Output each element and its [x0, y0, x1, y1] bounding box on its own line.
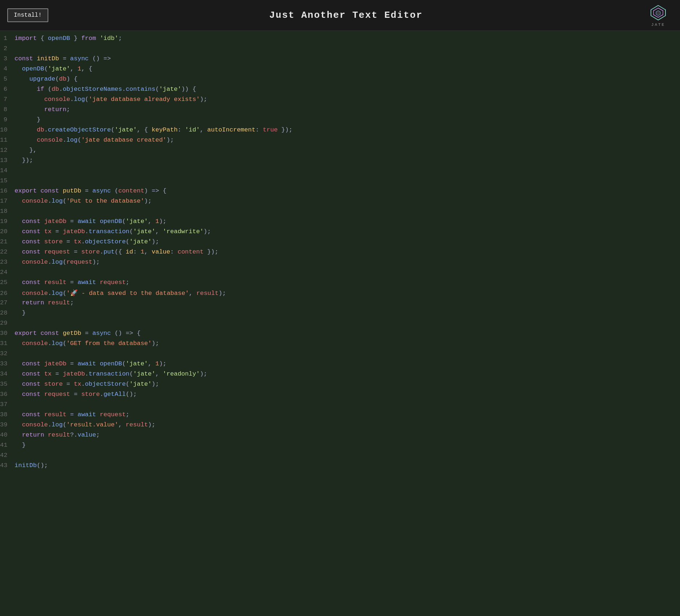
- line-num-13: 13: [0, 157, 15, 164]
- line-num-18: 18: [0, 208, 15, 215]
- line-content-12: },: [15, 147, 37, 154]
- code-line-12: 12 },: [0, 146, 680, 157]
- line-num-31: 31: [0, 340, 15, 347]
- line-num-36: 36: [0, 391, 15, 398]
- code-line-19: 19 const jateDb = await openDB('jate', 1…: [0, 218, 680, 228]
- line-content-25: const result = await request;: [15, 279, 129, 286]
- line-content-23: console.log(request);: [15, 259, 100, 266]
- line-num-5: 5: [0, 76, 15, 82]
- line-num-40: 40: [0, 431, 15, 438]
- jate-logo-icon: [649, 4, 667, 22]
- line-num-42: 42: [0, 452, 15, 459]
- code-line-27: 27 return result;: [0, 299, 680, 309]
- code-line-3: 3 const initDb = async () =>: [0, 55, 680, 65]
- app-title: Just Another Text Editor: [48, 10, 644, 21]
- line-num-29: 29: [0, 320, 15, 327]
- line-num-11: 11: [0, 137, 15, 143]
- code-line-8: 8 return;: [0, 106, 680, 116]
- line-content-34: const tx = jateDb.transaction('jate', 'r…: [15, 370, 207, 377]
- line-num-43: 43: [0, 462, 15, 469]
- line-num-8: 8: [0, 106, 15, 113]
- code-editor[interactable]: 1 import { openDB } from 'idb'; 2 3 cons…: [0, 31, 680, 475]
- svg-marker-2: [656, 11, 660, 16]
- line-num-10: 10: [0, 126, 15, 133]
- code-line-7: 7 console.log('jate database already exi…: [0, 96, 680, 106]
- line-num-39: 39: [0, 421, 15, 428]
- line-content-18: [15, 208, 18, 215]
- line-content-2: [15, 45, 18, 52]
- code-line-32: 32: [0, 350, 680, 360]
- code-line-26: 26 console.log('🚀 - data saved to the da…: [0, 289, 680, 299]
- line-content-17: console.log('Put to the database');: [15, 198, 152, 204]
- line-content-26: console.log('🚀 - data saved to the datab…: [15, 289, 226, 297]
- install-button[interactable]: Install!: [7, 8, 48, 22]
- line-num-21: 21: [0, 238, 15, 245]
- code-line-33: 33 const jateDb = await openDB('jate', 1…: [0, 360, 680, 370]
- line-content-32: [15, 350, 18, 357]
- code-line-2: 2: [0, 45, 680, 55]
- code-line-18: 18: [0, 207, 680, 218]
- line-num-17: 17: [0, 198, 15, 204]
- line-content-9: }: [15, 116, 40, 123]
- line-content-16: export const putDb = async (content) => …: [15, 187, 166, 194]
- line-content-33: const jateDb = await openDB('jate', 1);: [15, 360, 166, 367]
- line-content-7: console.log('jate database already exist…: [15, 96, 207, 103]
- line-num-15: 15: [0, 177, 15, 184]
- line-num-27: 27: [0, 299, 15, 306]
- line-num-9: 9: [0, 116, 15, 123]
- line-num-2: 2: [0, 45, 15, 52]
- code-line-41: 41 }: [0, 441, 680, 451]
- line-content-29: [15, 320, 18, 327]
- code-line-14: 14: [0, 167, 680, 177]
- line-content-30: export const getDb = async () => {: [15, 330, 141, 337]
- line-content-42: [15, 452, 18, 459]
- app-container: Install! Just Another Text Editor JATE 1…: [0, 0, 680, 475]
- line-num-32: 32: [0, 350, 15, 357]
- code-line-1: 1 import { openDB } from 'idb';: [0, 35, 680, 45]
- code-line-22: 22 const request = store.put({ id: 1, va…: [0, 248, 680, 258]
- line-num-6: 6: [0, 86, 15, 93]
- line-num-30: 30: [0, 330, 15, 337]
- code-line-37: 37: [0, 401, 680, 411]
- code-line-25: 25 const result = await request;: [0, 279, 680, 289]
- line-content-21: const store = tx.objectStore('jate');: [15, 238, 159, 245]
- logo-text: JATE: [651, 23, 665, 27]
- code-line-38: 38 const result = await request;: [0, 411, 680, 421]
- logo-area: JATE: [644, 4, 673, 27]
- line-content-39: console.log('result.value', result);: [15, 421, 155, 428]
- line-content-14: [15, 167, 18, 174]
- line-content-27: return result;: [15, 299, 74, 306]
- line-content-3: const initDb = async () =>: [15, 55, 111, 62]
- line-num-20: 20: [0, 228, 15, 235]
- line-content-37: [15, 401, 18, 408]
- code-line-30: 30 export const getDb = async () => {: [0, 329, 680, 340]
- line-content-13: });: [15, 157, 33, 164]
- code-line-9: 9 }: [0, 116, 680, 126]
- code-line-34: 34 const tx = jateDb.transaction('jate',…: [0, 370, 680, 380]
- line-content-22: const request = store.put({ id: 1, value…: [15, 248, 218, 255]
- code-line-31: 31 console.log('GET from the database');: [0, 340, 680, 350]
- line-content-1: import { openDB } from 'idb';: [15, 35, 122, 42]
- line-content-8: return;: [15, 106, 70, 113]
- line-num-3: 3: [0, 55, 15, 62]
- code-line-29: 29: [0, 319, 680, 329]
- line-content-15: [15, 177, 18, 184]
- code-line-36: 36 const request = store.getAll();: [0, 390, 680, 401]
- header: Install! Just Another Text Editor JATE: [0, 0, 680, 31]
- code-line-23: 23 console.log(request);: [0, 258, 680, 268]
- line-num-34: 34: [0, 370, 15, 377]
- code-line-28: 28 }: [0, 309, 680, 319]
- code-line-16: 16 export const putDb = async (content) …: [0, 187, 680, 197]
- line-num-25: 25: [0, 279, 15, 286]
- code-line-39: 39 console.log('result.value', result);: [0, 421, 680, 431]
- line-content-19: const jateDb = await openDB('jate', 1);: [15, 218, 166, 225]
- line-num-24: 24: [0, 269, 15, 276]
- line-content-35: const store = tx.objectStore('jate');: [15, 381, 159, 388]
- line-content-5: upgrade(db) {: [15, 76, 77, 82]
- code-line-11: 11 console.log('jate database created');: [0, 136, 680, 146]
- code-line-21: 21 const store = tx.objectStore('jate');: [0, 238, 680, 248]
- line-content-20: const tx = jateDb.transaction('jate', 'r…: [15, 228, 211, 235]
- line-content-40: return result?.value;: [15, 431, 100, 438]
- code-line-43: 43 initDb();: [0, 462, 680, 472]
- line-num-23: 23: [0, 259, 15, 266]
